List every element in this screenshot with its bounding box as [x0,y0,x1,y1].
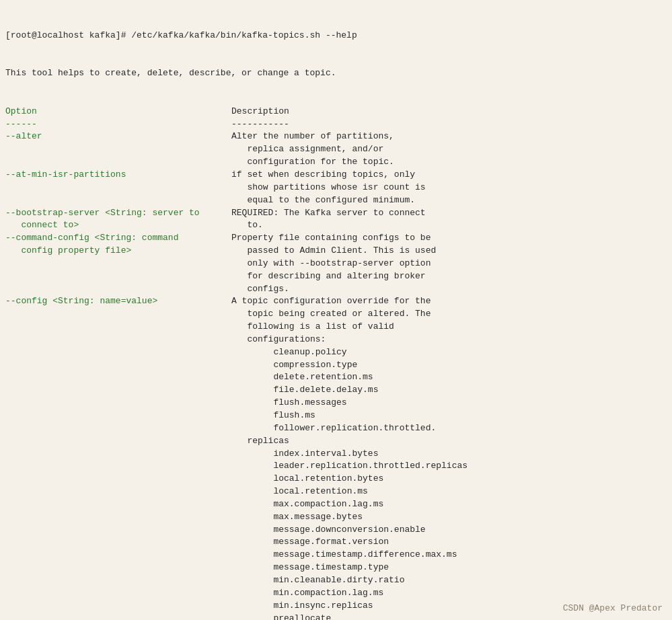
option-col [5,524,231,537]
option-col [5,397,231,410]
table-row: message.timestamp.type [5,561,667,574]
desc-col: message.timestamp.type [231,561,389,574]
option-col [5,536,231,549]
table-row: following is a list of valid [5,321,667,334]
watermark: CSDN @Apex Predator [563,603,663,613]
desc-col: configuration for the topic. [231,156,394,169]
content-rows: OptionDescription-------------------alte… [5,106,667,620]
table-row: compression.type [5,359,667,372]
desc-col: topic being created or altered. The [231,308,431,321]
desc-col: message.downconversion.enable [231,524,426,537]
table-row: --config <String: name=value>A topic con… [5,295,667,308]
table-row: index.interval.bytes [5,448,667,461]
desc-col: following is a list of valid [231,321,394,334]
desc-col: local.retention.ms [231,486,368,498]
option-col [5,308,231,321]
desc-col: index.interval.bytes [231,448,378,461]
desc-col: compression.type [231,359,357,372]
option-col: --alter [5,130,231,143]
table-row: file.delete.delay.ms [5,384,667,397]
table-row: message.downconversion.enable [5,524,667,537]
option-col [5,258,231,270]
option-col [5,143,231,156]
table-row: config property file> passed to Admin Cl… [5,245,667,258]
table-row: OptionDescription [5,106,667,118]
desc-col: configs. [231,283,289,296]
table-row: max.message.bytes [5,511,667,524]
option-col [5,549,231,561]
option-col: --at-min-isr-partitions [5,169,231,182]
table-row: ----------------- [5,118,667,131]
option-col: config property file> [5,245,231,258]
desc-col: follower.replication.throttled. [231,422,436,435]
desc-col: min.compaction.lag.ms [231,587,383,600]
intro-line: This tool helps to create, delete, descr… [5,67,667,80]
option-col [5,473,231,486]
option-col [5,359,231,372]
table-row: topic being created or altered. The [5,308,667,321]
option-col [5,410,231,422]
option-col [5,384,231,397]
table-row: for describing and altering broker [5,270,667,283]
intro-text: This tool helps to create, delete, descr… [5,68,336,78]
desc-col: preallocate [231,613,331,621]
table-row: --bootstrap-server <String: server toREQ… [5,207,667,220]
option-col [5,435,231,448]
option-col [5,283,231,296]
table-row: follower.replication.throttled. [5,422,667,435]
desc-col: min.insync.replicas [231,600,373,613]
option-col [5,334,231,346]
desc-col: local.retention.bytes [231,473,383,486]
desc-col: flush.messages [231,397,347,410]
desc-col: message.timestamp.difference.max.ms [231,549,457,561]
option-col [5,371,231,384]
option-col [5,498,231,511]
option-col: connect to> [5,219,231,232]
desc-col: max.compaction.lag.ms [231,498,383,511]
desc-col: equal to the configured minimum. [231,194,415,207]
table-row: only with --bootstrap-server option [5,258,667,270]
desc-col: file.delete.delay.ms [231,384,378,397]
option-col [5,587,231,600]
option-col: ------ [5,118,231,131]
desc-col: for describing and altering broker [231,270,426,283]
table-row: equal to the configured minimum. [5,194,667,207]
table-row: --command-config <String: commandPropert… [5,232,667,245]
desc-col: max.message.bytes [231,511,363,524]
table-row: message.timestamp.difference.max.ms [5,549,667,561]
option-col [5,511,231,524]
desc-col: flush.ms [231,410,315,422]
table-row: replica assignment, and/or [5,143,667,156]
table-row: show partitions whose isr count is [5,182,667,194]
option-col [5,460,231,473]
option-col: --command-config <String: command [5,232,231,245]
option-col [5,422,231,435]
option-col [5,561,231,574]
table-row: preallocate [5,613,667,621]
option-col: --config <String: name=value> [5,295,231,308]
desc-col: if set when describing topics, only [231,169,415,182]
table-row: flush.messages [5,397,667,410]
desc-col: Alter the number of partitions, [231,130,394,143]
desc-col: ----------- [231,118,289,131]
desc-col: configurations: [231,334,326,346]
option-col [5,182,231,194]
desc-col: min.cleanable.dirty.ratio [231,574,404,587]
option-col: --bootstrap-server <String: server to [5,207,231,220]
table-row: local.retention.ms [5,486,667,498]
desc-col: replicas [231,435,289,448]
option-col [5,613,231,621]
desc-col: A topic configuration override for the [231,295,431,308]
desc-col: show partitions whose isr count is [231,182,426,194]
terminal-content: [root@localhost kafka]# /etc/kafka/kafka… [5,4,667,620]
table-row: min.cleanable.dirty.ratio [5,574,667,587]
option-col [5,486,231,498]
table-row: flush.ms [5,410,667,422]
table-row: configs. [5,283,667,296]
table-row: leader.replication.throttled.replicas [5,460,667,473]
desc-col: REQUIRED: The Kafka server to connect [231,207,426,220]
option-col [5,448,231,461]
desc-col: cleanup.policy [231,346,347,359]
table-row: min.compaction.lag.ms [5,587,667,600]
table-row: cleanup.policy [5,346,667,359]
